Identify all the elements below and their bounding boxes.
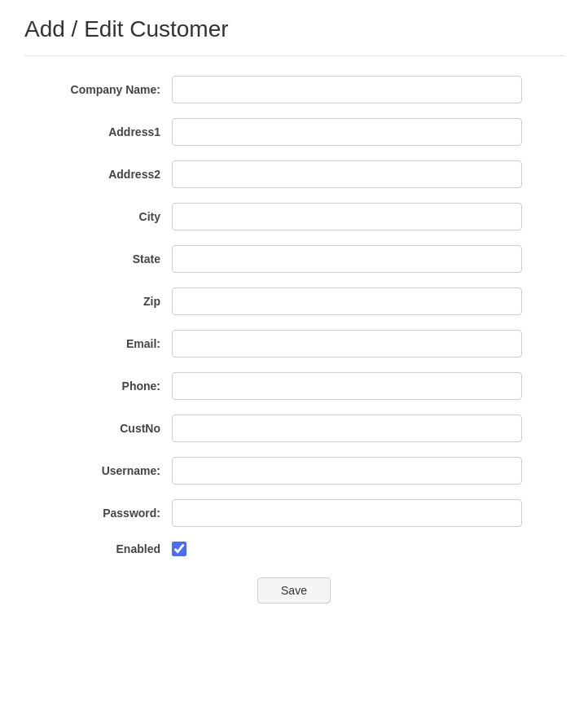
input-phone[interactable] (172, 372, 522, 400)
label-email: Email: (66, 337, 172, 350)
label-password: Password: (66, 507, 172, 520)
label-company-name: Company Name: (66, 83, 172, 96)
label-username: Username: (66, 464, 172, 477)
form-row-phone: Phone: (66, 372, 522, 400)
form-row-zip: Zip (66, 287, 522, 315)
label-address2: Address2 (66, 168, 172, 181)
form-row-state: State (66, 245, 522, 273)
input-password[interactable] (172, 499, 522, 527)
form-row-address1: Address1 (66, 118, 522, 146)
input-username[interactable] (172, 457, 522, 485)
input-city[interactable] (172, 203, 522, 230)
form-row-username: Username: (66, 457, 522, 485)
label-state: State (66, 252, 172, 265)
input-company-name[interactable] (172, 76, 522, 103)
form-container: Company Name: Address1 Address2 City Sta… (24, 76, 564, 603)
input-address1[interactable] (172, 118, 522, 146)
label-address1: Address1 (66, 125, 172, 138)
input-custno[interactable] (172, 415, 522, 442)
save-button[interactable]: Save (257, 577, 331, 603)
input-zip[interactable] (172, 287, 522, 315)
form-row-enabled: Enabled (66, 542, 522, 556)
checkbox-enabled[interactable] (172, 542, 186, 556)
label-enabled: Enabled (66, 542, 172, 555)
input-email[interactable] (172, 330, 522, 358)
form-row-address2: Address2 (66, 160, 522, 188)
divider (24, 55, 564, 56)
form-row-email: Email: (66, 330, 522, 358)
save-row: Save (66, 577, 522, 603)
form-row-company-name: Company Name: (66, 76, 522, 103)
label-zip: Zip (66, 295, 172, 308)
label-city: City (66, 210, 172, 223)
input-state[interactable] (172, 245, 522, 273)
form-row-password: Password: (66, 499, 522, 527)
input-address2[interactable] (172, 160, 522, 188)
form-row-city: City (66, 203, 522, 230)
label-custno: CustNo (66, 422, 172, 435)
form-row-custno: CustNo (66, 415, 522, 442)
page-title: Add / Edit Customer (24, 16, 564, 42)
label-phone: Phone: (66, 380, 172, 393)
